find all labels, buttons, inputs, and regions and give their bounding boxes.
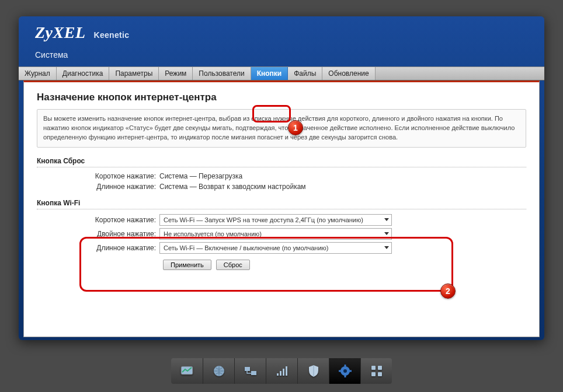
group-title-reset: Кнопка Сброс: [37, 157, 526, 167]
reset-short-label: Короткое нажатие:: [37, 172, 159, 180]
group-title-wifi: Кнопка Wi-Fi: [37, 199, 526, 209]
svg-rect-7: [286, 366, 287, 376]
reset-long-value: Система — Возврат к заводским настройкам: [159, 183, 306, 191]
description-box: Вы можете изменить назначение кнопок инт…: [37, 109, 526, 148]
wifi-double-label: Двойное нажатие:: [37, 230, 159, 238]
signal-icon: [276, 365, 289, 377]
svg-rect-15: [378, 366, 382, 370]
dock-shield[interactable]: [297, 358, 329, 384]
chevron-down-icon: [384, 218, 389, 221]
dock-signal[interactable]: [266, 358, 297, 384]
tab-diagnostics[interactable]: Диагностика: [57, 67, 110, 80]
svg-rect-11: [344, 375, 346, 377]
network-icon: [244, 365, 258, 377]
gear-icon: [339, 365, 352, 377]
tab-buttons[interactable]: Кнопки: [251, 67, 289, 80]
reset-long-label: Длинное нажатие:: [37, 183, 159, 191]
product-name: Keenetic: [94, 30, 130, 40]
chevron-down-icon: [384, 246, 389, 249]
wifi-short-select[interactable]: Сеть Wi-Fi — Запуск WPS на точке доступа…: [159, 214, 392, 226]
header: ZyXEL Keenetic Система: [19, 16, 544, 62]
dock-globe[interactable]: [203, 358, 234, 384]
apply-button[interactable]: Применить: [163, 260, 211, 270]
dock-bar: [0, 358, 563, 384]
wifi-long-select[interactable]: Сеть Wi-Fi — Включение / выключение (по …: [159, 242, 392, 254]
wifi-long-select-value: Сеть Wi-Fi — Включение / выключение (по …: [164, 244, 328, 251]
content-panel: Назначение кнопок интернет-центра Вы мож…: [23, 80, 540, 337]
svg-rect-13: [349, 370, 352, 372]
router-admin-window: ZyXEL Keenetic Система Журнал Диагностик…: [19, 16, 544, 340]
tab-users[interactable]: Пользователи: [193, 67, 251, 80]
wifi-long-label: Длинное нажатие:: [37, 244, 159, 252]
tab-log[interactable]: Журнал: [19, 67, 57, 80]
shield-icon: [308, 365, 319, 377]
tab-files[interactable]: Файлы: [288, 67, 322, 80]
annotation-badge-1: 1: [288, 120, 303, 135]
reset-button[interactable]: Сброс: [216, 260, 250, 270]
svg-rect-12: [339, 370, 341, 372]
svg-rect-6: [283, 369, 284, 376]
apps-icon: [371, 365, 383, 377]
globe-icon: [213, 365, 225, 377]
wifi-double-select-value: Не используется (по умолчанию): [164, 230, 262, 237]
reset-short-row: Короткое нажатие: Система — Перезагрузка: [37, 172, 526, 180]
svg-rect-10: [344, 365, 346, 367]
wifi-double-select[interactable]: Не используется (по умолчанию): [159, 228, 392, 240]
wifi-double-row: Двойное нажатие: Не используется (по умо…: [37, 228, 526, 240]
dock-monitor[interactable]: [171, 358, 203, 384]
brand-logo: ZyXEL: [35, 23, 86, 42]
wifi-short-select-value: Сеть Wi-Fi — Запуск WPS на точке доступа…: [164, 216, 363, 223]
monitor-icon: [180, 366, 193, 376]
reset-short-value: Система — Перезагрузка: [159, 172, 242, 180]
svg-point-9: [343, 369, 347, 373]
annotation-badge-2: 2: [440, 284, 456, 299]
dock-apps[interactable]: [360, 358, 392, 384]
svg-rect-14: [371, 366, 376, 370]
chevron-down-icon: [384, 232, 389, 235]
wifi-short-label: Короткое нажатие:: [37, 216, 159, 224]
tab-parameters[interactable]: Параметры: [109, 67, 159, 80]
wifi-short-row: Короткое нажатие: Сеть Wi-Fi — Запуск WP…: [37, 214, 526, 226]
tab-bar: Журнал Диагностика Параметры Режим Польз…: [19, 66, 544, 80]
svg-rect-5: [280, 371, 282, 376]
svg-rect-4: [277, 373, 279, 376]
tab-mode[interactable]: Режим: [159, 67, 193, 80]
reset-long-row: Длинное нажатие: Система — Возврат к зав…: [37, 183, 526, 191]
svg-rect-17: [378, 372, 382, 376]
dock-settings[interactable]: [329, 358, 360, 384]
wifi-long-row: Длинное нажатие: Сеть Wi-Fi — Включение …: [37, 242, 526, 254]
section-title: Система: [35, 50, 528, 60]
svg-rect-16: [371, 372, 376, 376]
page-title: Назначение кнопок интернет-центра: [37, 92, 526, 103]
svg-rect-2: [245, 367, 250, 371]
dock-network[interactable]: [234, 358, 266, 384]
tab-update[interactable]: Обновление: [322, 67, 375, 80]
